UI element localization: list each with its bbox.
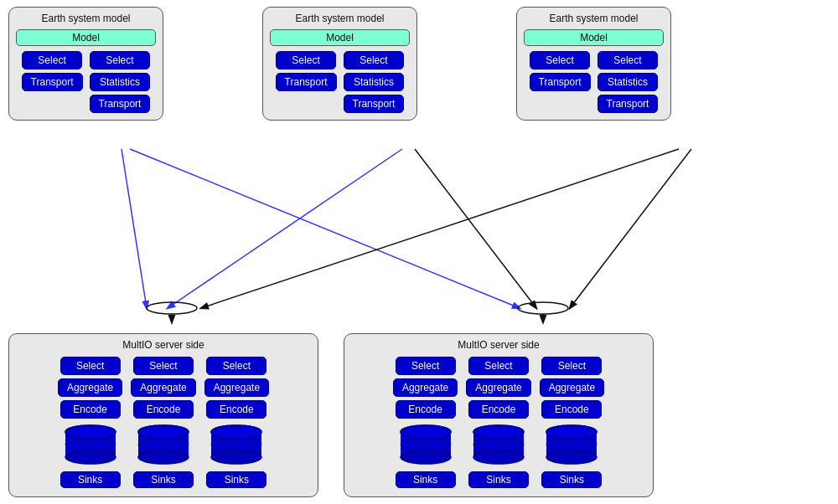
multio1-col3: Select Aggregate Encode <box>204 357 269 488</box>
svg-point-29 <box>401 425 451 439</box>
multio1-select1[interactable]: Select <box>60 357 121 375</box>
multio2-cylinder1 <box>396 424 456 470</box>
svg-point-6 <box>147 302 197 314</box>
multio1-select2[interactable]: Select <box>133 357 194 375</box>
diagram-container: Earth system model Model Select Transpor… <box>0 0 838 504</box>
multio2-col3: Select Aggregate Encode <box>540 357 604 488</box>
esm1-statistics-btn[interactable]: Statistics <box>90 73 150 91</box>
multio1-sink3-wrapper: Sinks <box>206 424 266 488</box>
multio1-title: MultIO server side <box>122 339 204 351</box>
esm2-select2-btn[interactable]: Select <box>344 51 404 69</box>
multio1-sink1-label: Sinks <box>60 471 121 488</box>
esm3-select2-btn[interactable]: Select <box>597 51 658 69</box>
esm2-model[interactable]: Model <box>270 29 410 46</box>
multio1-cylinder2 <box>133 424 194 470</box>
svg-point-39 <box>546 425 597 439</box>
svg-point-34 <box>473 425 524 439</box>
multio1-sink2-wrapper: Sinks <box>133 424 194 488</box>
esm2-right-col: Select Statistics Transport <box>344 51 405 113</box>
esm1-transport-btn[interactable]: Transport <box>22 73 83 91</box>
svg-point-22 <box>211 450 261 464</box>
multio2-title: MultIO server side <box>458 339 539 351</box>
multio1-encode1[interactable]: Encode <box>60 400 121 419</box>
svg-point-12 <box>65 450 116 464</box>
multio2-sink1-wrapper: Sinks <box>396 424 456 488</box>
esm2-transport-btn[interactable]: Transport <box>276 73 337 91</box>
multio2-cylinder2 <box>468 424 529 470</box>
esm1-select-btn[interactable]: Select <box>22 51 82 69</box>
multio1-cylinder1 <box>60 424 121 470</box>
esm1-title: Earth system model <box>41 13 130 24</box>
multio2-select1[interactable]: Select <box>396 357 456 375</box>
esm-section: Earth system model Model Select Transpor… <box>8 7 671 121</box>
multio1-aggregate1[interactable]: Aggregate <box>58 378 122 397</box>
multio2-sink3-label: Sinks <box>541 471 602 488</box>
esm2-left-col: Select Transport <box>276 51 337 113</box>
multio1-select3[interactable]: Select <box>206 357 266 375</box>
esm1-select2-btn[interactable]: Select <box>90 51 150 69</box>
multio1-sink2-label: Sinks <box>133 471 194 488</box>
multio2-col2: Select Aggregate Encode <box>466 357 530 488</box>
multio2-sink3-wrapper: Sinks <box>541 424 602 488</box>
svg-point-27 <box>401 450 451 464</box>
multio2-encode1[interactable]: Encode <box>396 400 456 419</box>
multio2-aggregate2[interactable]: Aggregate <box>466 378 530 397</box>
multio1-aggregate3[interactable]: Aggregate <box>204 378 269 397</box>
svg-point-32 <box>473 450 524 464</box>
esm3-title: Earth system model <box>549 13 638 24</box>
esm2-select-btn[interactable]: Select <box>276 51 336 69</box>
esm3-right-col: Select Statistics Transport <box>597 51 659 113</box>
multio2-select2[interactable]: Select <box>468 357 529 375</box>
multio2-col1: Select Aggregate Encode <box>393 357 458 488</box>
svg-line-2 <box>168 149 402 308</box>
svg-point-14 <box>65 425 116 439</box>
multio1-aggregate2[interactable]: Aggregate <box>131 378 195 397</box>
esm3-model[interactable]: Model <box>524 29 664 46</box>
multio-box-1: MultIO server side Select Aggregate Enco… <box>8 333 318 497</box>
svg-line-0 <box>122 149 147 308</box>
esm3-left-col: Select Transport <box>530 51 591 113</box>
svg-line-4 <box>201 149 679 308</box>
multio1-columns: Select Aggregate Encode <box>18 357 309 488</box>
esm1-right-col: Select Statistics Transport <box>90 51 151 113</box>
esm3-statistics-btn[interactable]: Statistics <box>597 73 658 91</box>
multio2-encode3[interactable]: Encode <box>541 400 602 419</box>
multio2-sink2-label: Sinks <box>468 471 529 488</box>
multio1-encode2[interactable]: Encode <box>133 400 194 419</box>
esm3-transport2-btn[interactable]: Transport <box>597 95 659 113</box>
multio2-encode2[interactable]: Encode <box>468 400 529 419</box>
svg-line-1 <box>130 149 520 308</box>
esm2-title: Earth system model <box>295 13 384 24</box>
esm3-transport-btn[interactable]: Transport <box>530 73 591 91</box>
svg-point-19 <box>138 425 189 439</box>
multio2-sink1-label: Sinks <box>396 471 456 488</box>
multio2-aggregate3[interactable]: Aggregate <box>540 378 604 397</box>
esm1-transport2-btn[interactable]: Transport <box>90 95 151 113</box>
svg-point-8 <box>518 302 568 314</box>
esm-box-2: Earth system model Model Select Transpor… <box>262 7 417 121</box>
svg-line-5 <box>570 149 691 308</box>
esm3-select-btn[interactable]: Select <box>530 51 590 69</box>
svg-point-24 <box>211 425 261 439</box>
multio2-cylinder3 <box>541 424 602 470</box>
svg-point-17 <box>138 450 189 464</box>
svg-line-3 <box>415 149 536 308</box>
esm1-model[interactable]: Model <box>16 29 156 46</box>
esm-box-1: Earth system model Model Select Transpor… <box>8 7 163 121</box>
svg-point-37 <box>546 450 597 464</box>
multio1-cylinder3 <box>206 424 266 470</box>
multio-box-2: MultIO server side Select Aggregate Enco… <box>344 333 654 497</box>
multio1-sink3-label: Sinks <box>206 471 266 488</box>
multio1-sink1-wrapper: Sinks <box>60 424 121 488</box>
multio1-encode3[interactable]: Encode <box>206 400 266 419</box>
multio2-select3[interactable]: Select <box>541 357 602 375</box>
multio2-columns: Select Aggregate Encode <box>353 357 644 488</box>
multio2-sink2-wrapper: Sinks <box>468 424 529 488</box>
multio2-aggregate1[interactable]: Aggregate <box>393 378 458 397</box>
esm2-statistics-btn[interactable]: Statistics <box>344 73 404 91</box>
multio1-col2: Select Aggregate Encode <box>131 357 195 488</box>
esm-box-3: Earth system model Model Select Transpor… <box>516 7 671 121</box>
multio1-col1: Select Aggregate Encode <box>58 357 122 488</box>
esm1-left-col: Select Transport <box>22 51 83 113</box>
esm2-transport2-btn[interactable]: Transport <box>344 95 405 113</box>
